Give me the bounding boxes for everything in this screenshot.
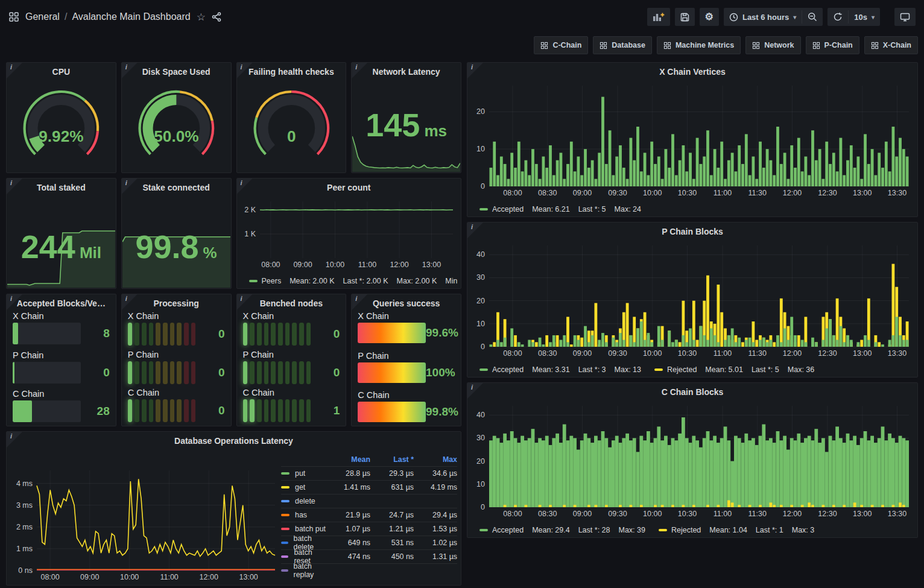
legend-series-name[interactable]: batch replay: [281, 562, 327, 579]
legend-item[interactable]: RejectedMean: 5.01Last *: 5Max: 36: [654, 365, 814, 374]
panel-title[interactable]: Database Operations Latency: [7, 432, 461, 449]
cpu-gauge[interactable]: 9.92%: [10, 78, 112, 170]
panel-title[interactable]: Accepted Blocks/Ve…: [7, 294, 116, 311]
dashboard-settings-button[interactable]: ⚙: [700, 8, 719, 26]
db-latency-chart[interactable]: 08:0009:0010:0011:0012:0013:000 ns1 ms2 …: [9, 449, 281, 583]
svg-text:09:30: 09:30: [608, 349, 627, 358]
legend-swatch: [281, 542, 288, 544]
panel-title[interactable]: Disk Space Used: [122, 63, 231, 80]
bargauge-row: C Chain0: [128, 388, 225, 422]
legend-sort-header[interactable]: Mean: [327, 455, 370, 464]
panel-title[interactable]: Processing: [122, 294, 231, 311]
disk-gauge[interactable]: 50.0%: [125, 78, 227, 170]
add-panel-button[interactable]: [647, 8, 670, 26]
bargauge-value: 99.8%: [426, 405, 455, 419]
svg-text:09:00: 09:00: [293, 261, 312, 269]
c-chain-blocks-chart[interactable]: 08:0008:3009:0009:3010:0010:3011:0011:30…: [469, 400, 915, 519]
zoom-out-time-button[interactable]: [802, 8, 823, 26]
series-label: batch put: [295, 525, 326, 533]
legend-series-name[interactable]: put: [281, 469, 327, 478]
health-gauge[interactable]: 0: [241, 78, 343, 170]
stat-unit: ms: [424, 122, 447, 141]
legend-sort-header[interactable]: Last *: [370, 455, 414, 464]
legend-series-name[interactable]: get: [281, 483, 327, 492]
legend-item[interactable]: AcceptedMean: 3.31Last *: 3Max: 13: [479, 365, 641, 374]
panel-title[interactable]: Total staked: [7, 179, 116, 195]
stat-cell: 531 ns: [370, 539, 414, 547]
breadcrumb-dashboard-title[interactable]: Avalanche Main Dashboard: [72, 11, 190, 22]
star-icon[interactable]: ☆: [197, 11, 206, 24]
legend-item[interactable]: PeersMean: 2.00 KLast *: 2.00 KMax: 2.00…: [249, 277, 458, 285]
chain-label: P Chain: [13, 350, 110, 360]
legend-stat: Mean: 3.31: [532, 365, 570, 374]
x-chain-vertices-chart[interactable]: 08:0008:3009:0009:3010:0010:3011:0011:30…: [469, 80, 915, 198]
panel-title[interactable]: Benched nodes: [237, 294, 346, 311]
dashboards-grid-icon[interactable]: [8, 11, 19, 22]
time-range-button[interactable]: Last 6 hours ▾: [724, 8, 802, 26]
info-icon: i: [125, 179, 127, 186]
breadcrumb-folder[interactable]: General: [25, 11, 60, 22]
legend-item[interactable]: RejectedMean: 1.04Last *: 1Max: 3: [659, 526, 814, 534]
time-picker-group: Last 6 hours ▾: [724, 8, 823, 26]
legend-item[interactable]: AcceptedMean: 6.21Last *: 5Max: 24: [479, 205, 641, 213]
bargauge-value: 0: [311, 366, 340, 379]
panel-title[interactable]: P Chain Blocks: [467, 223, 917, 239]
legend-swatch: [479, 529, 488, 531]
panel-title[interactable]: C Chain Blocks: [467, 383, 917, 400]
legend-swatch: [281, 514, 290, 516]
peer-count-chart[interactable]: 08:0009:0010:0011:0012:0013:001 K2 K: [238, 195, 459, 270]
share-icon[interactable]: [212, 12, 221, 22]
gauge-cell: [163, 323, 168, 346]
panel-title[interactable]: Failing health checks: [237, 63, 346, 80]
panel-title[interactable]: CPU: [7, 63, 116, 80]
refresh-button[interactable]: [827, 8, 848, 26]
dashboard-link-machine-metrics[interactable]: Machine Metrics: [657, 36, 741, 54]
legend-series-name[interactable]: batch put: [281, 525, 327, 533]
chevron-down-icon: ▾: [872, 14, 875, 21]
svg-text:10:30: 10:30: [678, 510, 697, 518]
panel-title[interactable]: Network Latency: [352, 63, 461, 80]
svg-text:13:00: 13:00: [853, 510, 872, 518]
bargauge-value: 100%: [426, 366, 455, 379]
panel-failing-health-checks: i Failing health checks 0: [236, 62, 347, 173]
svg-text:0: 0: [481, 182, 485, 191]
svg-text:11:30: 11:30: [748, 510, 767, 518]
refresh-interval-button[interactable]: 10s ▾: [849, 8, 880, 26]
gauge-cell: [184, 323, 189, 346]
dashboard-link-x-chain[interactable]: X-Chain: [864, 36, 918, 54]
kiosk-mode-button[interactable]: [894, 8, 916, 26]
legend-series-name[interactable]: has: [281, 511, 327, 519]
chart-canvas: 08:0009:0010:0011:0012:0013:001 K2 K: [238, 195, 459, 270]
gauge-cell: [142, 399, 147, 422]
panel-title[interactable]: Peer count: [237, 179, 461, 195]
legend-series-name: Rejected: [667, 365, 697, 374]
db-latency-legend-table: MeanLast *Maxput28.8 µs29.3 µs34.6 µsget…: [281, 449, 457, 583]
refresh-icon: [833, 12, 843, 22]
legend-item[interactable]: AcceptedMean: 29.4Last *: 28Max: 39: [479, 526, 645, 534]
svg-text:10: 10: [476, 320, 485, 328]
legend-sort-header[interactable]: Max: [414, 455, 457, 464]
gauge-cell: [257, 399, 262, 422]
bargauge-value: 0: [196, 366, 225, 379]
dashboard-link-p-chain[interactable]: P-Chain: [806, 36, 859, 54]
legend-series-name[interactable]: delete: [281, 497, 327, 505]
network-latency-value: 145 ms: [352, 109, 461, 141]
svg-text:11:30: 11:30: [748, 349, 767, 358]
info-icon: i: [125, 63, 127, 71]
dashboard-link-database[interactable]: Database: [593, 36, 652, 54]
dashboard-link-network[interactable]: Network: [745, 36, 800, 54]
bar-gauge-fill: [13, 323, 18, 344]
dashboard-link-c-chain[interactable]: C-Chain: [534, 36, 588, 54]
gauge-cell: [184, 399, 189, 422]
p-chain-blocks-chart[interactable]: 08:0008:3009:0009:3010:0010:3011:0011:30…: [469, 239, 915, 359]
save-dashboard-button[interactable]: [675, 8, 695, 26]
gauge-cell: [271, 399, 276, 422]
zoom-out-icon: [808, 12, 817, 22]
chain-label: C Chain: [358, 390, 455, 400]
gauge-cell: [142, 323, 147, 346]
panel-title[interactable]: X Chain Vertices: [467, 63, 917, 80]
stat-unit: Mil: [80, 244, 101, 262]
panel-title[interactable]: Stake connected: [122, 179, 231, 195]
panel-title[interactable]: Queries success: [352, 294, 461, 311]
svg-text:13:30: 13:30: [888, 510, 907, 518]
